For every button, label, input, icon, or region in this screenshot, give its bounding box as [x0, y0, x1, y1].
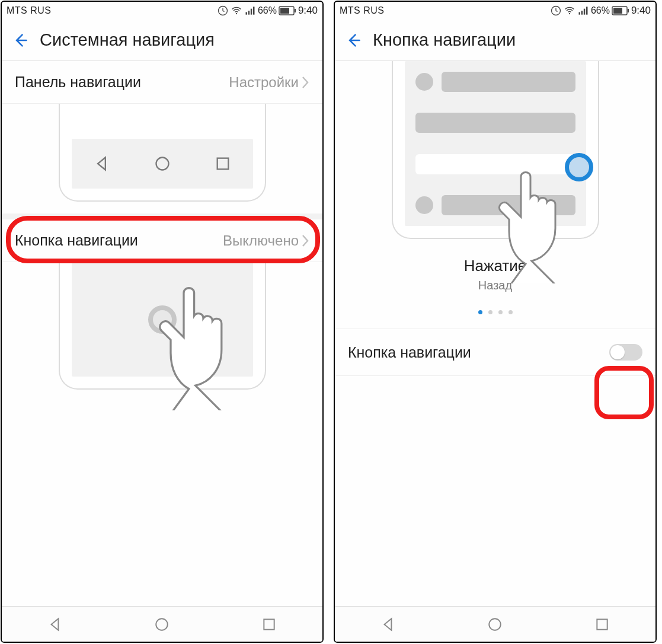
- status-icons: 66% 9:40: [550, 5, 651, 17]
- clock-icon: [550, 5, 562, 17]
- hand-pointer-icon: [497, 165, 616, 283]
- phone-screen-2: MTS RUS 66% 9:40 Кнопка навигации: [334, 1, 657, 643]
- phone-screen-1: MTS RUS 66% 9:40 Системная навигация Пан…: [1, 1, 324, 643]
- nav-recent-icon: [215, 155, 231, 172]
- nav-panel-value: Настройки: [229, 74, 299, 91]
- time-label: 9:40: [298, 5, 318, 17]
- page-dot: [488, 310, 492, 314]
- chevron-right-icon: [301, 76, 309, 89]
- svg-rect-15: [578, 12, 580, 15]
- system-nav-bar: [335, 606, 655, 642]
- header: Системная навигация: [2, 20, 322, 61]
- status-bar: MTS RUS 66% 9:40: [2, 2, 322, 20]
- svg-point-1: [236, 13, 237, 14]
- nav-panel-illustration: [2, 104, 322, 219]
- signal-icon: [577, 5, 589, 17]
- nav-button-toggle-row: Кнопка навигации: [335, 329, 655, 376]
- battery-icon: [612, 6, 629, 15]
- page-indicator: [478, 310, 513, 314]
- clock-icon: [217, 5, 229, 17]
- svg-rect-2: [245, 12, 247, 15]
- svg-point-9: [156, 158, 168, 170]
- nav-button-toggle[interactable]: [609, 344, 642, 361]
- signal-icon: [244, 5, 256, 17]
- svg-rect-16: [581, 11, 583, 15]
- system-nav-bar: [2, 606, 322, 642]
- nav-home-icon: [154, 155, 171, 172]
- system-home-icon[interactable]: [154, 617, 170, 632]
- chevron-right-icon: [301, 234, 309, 247]
- page-dot: [478, 310, 482, 314]
- svg-rect-5: [253, 7, 255, 14]
- nav-panel-label: Панель навигации: [15, 74, 141, 91]
- system-home-icon[interactable]: [487, 617, 503, 632]
- nav-back-icon: [94, 155, 110, 172]
- wifi-icon: [564, 5, 575, 17]
- battery-pct: 66%: [591, 5, 610, 16]
- nav-button-label: Кнопка навигации: [15, 232, 138, 249]
- battery-pct: 66%: [258, 5, 277, 16]
- back-icon[interactable]: [11, 31, 29, 49]
- page-title: Кнопка навигации: [373, 30, 516, 50]
- system-recent-icon[interactable]: [594, 617, 610, 632]
- system-back-icon[interactable]: [380, 617, 396, 632]
- status-bar: MTS RUS 66% 9:40: [335, 2, 655, 20]
- system-back-icon[interactable]: [47, 617, 63, 632]
- header: Кнопка навигации: [335, 20, 655, 61]
- svg-rect-7: [280, 8, 289, 14]
- status-icons: 66% 9:40: [217, 5, 318, 17]
- svg-rect-12: [264, 619, 274, 629]
- nav-button-value: Выключено: [223, 232, 299, 249]
- page-dot: [509, 310, 513, 314]
- toggle-knob: [610, 345, 625, 359]
- svg-rect-23: [597, 619, 607, 629]
- svg-rect-3: [248, 11, 250, 15]
- system-recent-icon[interactable]: [261, 617, 277, 632]
- tutorial-illustration: Нажатие Назад: [335, 61, 655, 329]
- hand-pointer-icon: [158, 280, 288, 410]
- carrier-label: MTS RUS: [340, 5, 385, 16]
- back-icon[interactable]: [344, 31, 362, 49]
- page-dot: [498, 310, 503, 314]
- wifi-icon: [231, 5, 242, 17]
- svg-rect-20: [613, 8, 622, 14]
- page-title: Системная навигация: [40, 30, 215, 50]
- svg-rect-10: [217, 158, 228, 170]
- svg-point-22: [490, 619, 501, 630]
- svg-point-11: [156, 619, 168, 630]
- battery-icon: [279, 6, 296, 15]
- svg-point-14: [569, 13, 570, 14]
- svg-rect-4: [251, 9, 252, 15]
- nav-panel-row[interactable]: Панель навигации Настройки: [2, 61, 322, 104]
- svg-rect-17: [584, 9, 586, 15]
- svg-rect-8: [295, 9, 296, 12]
- nav-button-toggle-label: Кнопка навигации: [348, 344, 471, 361]
- nav-button-row[interactable]: Кнопка навигации Выключено: [2, 219, 322, 262]
- nav-button-illustration: [2, 262, 322, 401]
- svg-rect-21: [628, 9, 629, 12]
- svg-rect-18: [586, 7, 588, 14]
- time-label: 9:40: [631, 5, 651, 17]
- carrier-label: MTS RUS: [7, 5, 52, 16]
